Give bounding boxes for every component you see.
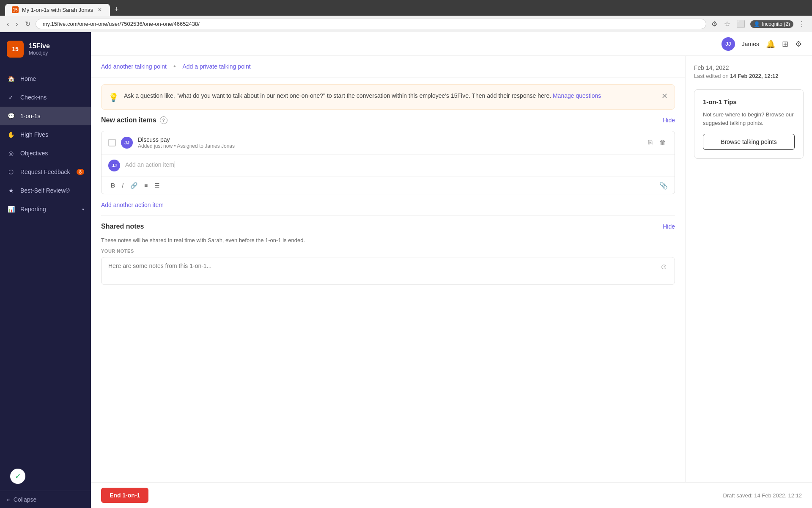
grid-icon[interactable]: ⊞	[782, 39, 788, 49]
sidebar-item-review[interactable]: ★ Best-Self Review®	[0, 181, 91, 200]
notes-textarea[interactable]	[108, 262, 660, 279]
sidebar-item-reporting[interactable]: 📊 Reporting ▾	[0, 200, 91, 218]
action-item-actions: ⎘ 🗑	[647, 137, 668, 148]
meta-assigned: Assigned to James Jonas	[177, 143, 235, 149]
incognito-badge: 👤 Incognito (2)	[750, 20, 793, 28]
app-header: JJ James 🔔 ⊞ ⚙	[91, 32, 812, 56]
app: 15 15Five Moodjoy 🏠 Home ✓ Check-ins 💬 1…	[0, 32, 812, 508]
your-notes-label: YOUR NOTES	[101, 248, 675, 254]
sidebar-brand: 15Five Moodjoy	[29, 42, 50, 56]
collapse-icon: «	[7, 496, 10, 503]
brand-sub: Moodjoy	[29, 50, 50, 56]
shared-notes-hide-button[interactable]: Hide	[663, 223, 675, 230]
notes-textarea-wrap: ☺	[101, 257, 675, 285]
shared-notes-section: Shared notes Hide These notes will be sh…	[101, 215, 675, 285]
edited-date: 14 Feb 2022, 12:12	[730, 73, 778, 79]
action-item-avatar: JJ	[121, 137, 133, 149]
sidebar-header: 15 15Five Moodjoy	[0, 32, 91, 66]
sidebar-item-1on1s[interactable]: 💬 1-on-1s	[0, 107, 91, 125]
collapse-label: Collapse	[14, 496, 36, 503]
1on1s-icon: 💬	[7, 112, 15, 120]
home-icon: 🏠	[7, 75, 15, 83]
refresh-button[interactable]: ↻	[23, 18, 32, 30]
menu-icon[interactable]: ⋮	[797, 18, 807, 30]
browser-tab-active[interactable]: 15 My 1-on-1s with Sarah Jonas ✕	[5, 4, 110, 16]
add-another-action-link[interactable]: Add another action item	[101, 202, 164, 208]
tab-title: My 1-on-1s with Sarah Jonas	[22, 7, 93, 13]
app-logo: 15	[7, 41, 24, 58]
settings-gear-icon[interactable]: ⚙	[795, 39, 802, 49]
hint-banner: 💡 Ask a question like, "what do you want…	[101, 84, 675, 110]
italic-button[interactable]: I	[119, 180, 126, 190]
sidebar-collapse-button[interactable]: « Collapse	[0, 491, 91, 508]
notification-bell-icon[interactable]: 🔔	[766, 39, 775, 49]
checkin-widget[interactable]: ✓	[10, 469, 25, 484]
end-1on1-button[interactable]: End 1-on-1	[101, 488, 148, 503]
incognito-person-icon: 👤	[754, 21, 760, 27]
sidebar-item-feedback[interactable]: ⬡ Request Feedback 8	[0, 163, 91, 181]
attachment-button[interactable]: 📎	[659, 182, 668, 190]
link-button[interactable]: 🔗	[128, 180, 140, 190]
action-items-card: JJ Discuss pay Added just now • Assigned…	[101, 131, 675, 194]
input-placeholder: Add an action item	[125, 161, 174, 168]
sidebar-label-review: Best-Self Review®	[20, 187, 70, 194]
action-item-input[interactable]: Add an action item	[125, 160, 668, 171]
toolbar-right: ⚙ ☆ ⬜ 👤 Incognito (2) ⋮	[710, 18, 807, 30]
tab-close-button[interactable]: ✕	[96, 6, 103, 13]
emoji-button[interactable]: ☺	[660, 262, 668, 271]
sidebar-label-home: Home	[20, 75, 36, 82]
add-private-talking-point-link[interactable]: Add a private talking point	[183, 63, 251, 70]
action-item-title: Discuss pay	[138, 136, 642, 143]
action-item-delete-button[interactable]: 🗑	[658, 137, 668, 148]
unordered-list-button[interactable]: ☰	[152, 180, 162, 190]
sidebar-item-checkins[interactable]: ✓ Check-ins	[0, 88, 91, 107]
sidebar-item-objectives[interactable]: ◎ Objectives	[0, 144, 91, 163]
extension-icon[interactable]: ⚙	[710, 18, 719, 30]
reporting-chevron-icon: ▾	[82, 207, 84, 212]
address-bar[interactable]	[36, 19, 707, 29]
back-button[interactable]: ‹	[5, 19, 11, 30]
objectives-icon: ◎	[7, 149, 15, 157]
new-tab-button[interactable]: +	[111, 3, 122, 16]
shared-notes-title-text: Shared notes	[101, 223, 144, 230]
meta-added: Added just now	[138, 143, 173, 149]
ordered-list-button[interactable]: ≡	[142, 180, 150, 190]
input-avatar: JJ	[108, 160, 120, 171]
tab-favicon: 15	[12, 6, 19, 13]
action-items-title-text: New action items	[101, 116, 156, 124]
sidebar-item-highfives[interactable]: ✋ High Fives	[0, 125, 91, 144]
talking-points-toolbar: Add another talking point • Add a privat…	[91, 56, 685, 77]
action-items-hide-button[interactable]: Hide	[663, 117, 675, 124]
sidebar-label-reporting: Reporting	[20, 206, 46, 213]
panel-date: Feb 14, 2022	[694, 64, 804, 71]
shared-notes-title: Shared notes	[101, 223, 144, 230]
lightbulb-icon: 💡	[108, 92, 119, 102]
dot-separator: •	[173, 63, 176, 70]
tips-description: Not sure where to begin? Browse our sugg…	[703, 110, 795, 127]
review-icon: ★	[7, 186, 15, 195]
manage-questions-link[interactable]: Manage questions	[553, 92, 601, 99]
brand-name: 15Five	[29, 42, 50, 50]
action-item-copy-button[interactable]: ⎘	[647, 137, 654, 148]
hint-close-button[interactable]: ✕	[661, 91, 668, 101]
edited-prefix: Last edited on	[694, 73, 729, 79]
content-area: Add another talking point • Add a privat…	[91, 56, 685, 482]
bookmark-icon[interactable]: ☆	[722, 18, 732, 30]
browse-talking-points-button[interactable]: Browse talking points	[703, 134, 795, 150]
panel-edited: Last edited on 14 Feb 2022, 12:12	[694, 73, 804, 79]
shared-notes-description: These notes will be shared in real time …	[101, 237, 675, 243]
text-cursor	[175, 161, 175, 168]
help-icon[interactable]: ?	[160, 116, 167, 124]
action-item-checkbox[interactable]	[108, 139, 116, 146]
tips-card: 1-on-1 Tips Not sure where to begin? Bro…	[694, 89, 804, 159]
shared-notes-header: Shared notes Hide	[101, 223, 675, 230]
sidebar-item-home[interactable]: 🏠 Home	[0, 69, 91, 88]
split-tab-icon[interactable]: ⬜	[735, 18, 747, 30]
action-input-row: JJ Add an action item	[102, 155, 675, 177]
incognito-label: Incognito (2)	[762, 21, 790, 27]
forward-button[interactable]: ›	[14, 19, 19, 30]
bold-button[interactable]: B	[108, 180, 118, 190]
bottom-bar: End 1-on-1 Draft saved: 14 Feb 2022, 12:…	[91, 482, 812, 508]
add-talking-point-link[interactable]: Add another talking point	[101, 63, 167, 70]
sidebar: 15 15Five Moodjoy 🏠 Home ✓ Check-ins 💬 1…	[0, 32, 91, 508]
